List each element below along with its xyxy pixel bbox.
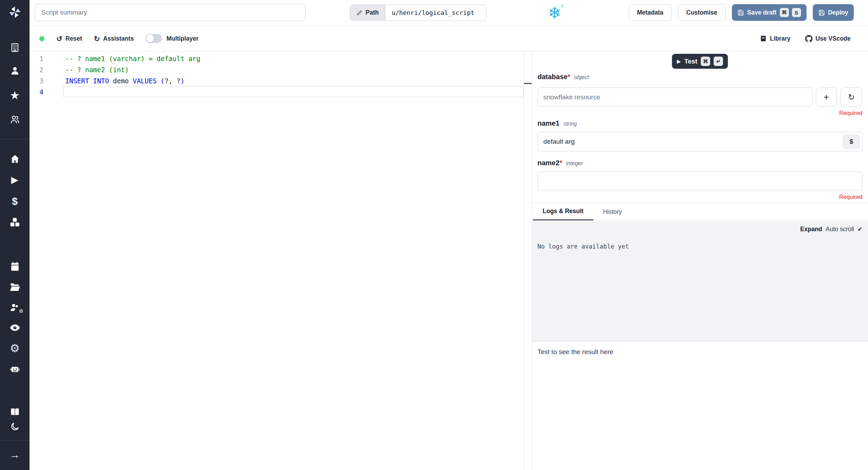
refresh-resource-button[interactable]: ↻ (841, 87, 862, 107)
autoscroll-label: Auto scroll (826, 226, 854, 233)
multiplayer-label: Multiplayer (166, 35, 198, 42)
add-resource-button[interactable]: + (816, 87, 837, 107)
panel-resize-handle[interactable] (524, 51, 532, 470)
multiplayer-control: Multiplayer (145, 34, 198, 43)
result-divider (532, 341, 868, 342)
resize-grip[interactable] (524, 83, 532, 84)
name1-input[interactable] (537, 132, 862, 151)
editor-toolbar: ↺ Reset ↻ Assistants Multiplayer (30, 26, 868, 51)
line-number-active: 4 (30, 86, 43, 98)
metadata-button[interactable]: Metadata (629, 4, 672, 21)
library-button[interactable]: Library (760, 35, 791, 42)
topbar: Path u/henri/logical_script ❄ ® Metadata… (30, 0, 868, 26)
library-icon (760, 35, 767, 42)
customise-button[interactable]: Customise (678, 4, 726, 21)
windmill-logo[interactable] (0, 5, 30, 20)
code-text: -- ? name1 (varchar) = default arg (65, 53, 200, 64)
path-label: Path (366, 9, 379, 16)
name1-label-row: name1 string (537, 119, 577, 127)
tab-logs-result[interactable]: Logs & Result (533, 203, 593, 220)
eye-icon[interactable] (0, 320, 30, 335)
home-icon[interactable] (0, 151, 30, 167)
logs-empty-text: No logs are available yet (537, 243, 629, 250)
logs-controls: Expand Auto scroll ✔ (800, 226, 862, 233)
field-label: name2 (537, 159, 559, 167)
arrow-right-icon[interactable]: → (0, 447, 30, 462)
play-icon[interactable]: ▶ (0, 172, 30, 187)
line-number: 3 (30, 75, 43, 86)
sidebar-divider (0, 139, 30, 139)
kbd-return: ↵ (714, 57, 723, 66)
building-icon[interactable] (0, 40, 30, 55)
code-line: 2 -- ? name2 (int) (30, 64, 524, 75)
book-open-icon[interactable] (0, 404, 30, 419)
code-line: 3 INSERT INTO demo VALUES (?, ?) (30, 75, 524, 86)
play-icon: ▶ (677, 59, 681, 64)
code-text: INSERT INTO demo VALUES (?, ?) (65, 75, 184, 86)
app-root: ★ ▶ $ (0, 0, 868, 470)
sidebar-divider (0, 440, 30, 440)
status-dot (39, 36, 44, 41)
toggle-knob (146, 35, 154, 42)
field-type: string (563, 121, 577, 127)
result-hint-text: Test to see the result here (537, 348, 614, 356)
windmill-logo-icon (8, 6, 22, 19)
moon-icon[interactable] (0, 419, 30, 434)
required-star: * (568, 73, 570, 81)
assistants-button[interactable]: ↻ Assistants (94, 35, 134, 42)
refresh-icon: ↻ (94, 35, 100, 42)
code-line: 4 (30, 86, 524, 98)
person-icon[interactable] (0, 63, 30, 78)
test-button[interactable]: ▶ Test ⌘ ↵ (672, 54, 728, 69)
dollar-icon: $ (850, 138, 853, 145)
script-summary-input[interactable] (35, 4, 306, 21)
cubes-icon[interactable] (0, 215, 30, 230)
code-line: 1 -- ? name1 (varchar) = default arg (30, 53, 524, 64)
path-selector[interactable]: Path u/henri/logical_script (350, 5, 486, 21)
rotate-ccw-icon: ↺ (56, 35, 62, 42)
reset-button[interactable]: ↺ Reset (56, 35, 82, 42)
folder-open-icon[interactable] (0, 279, 30, 295)
mini-gear-icon: ⚙ (19, 308, 23, 314)
run-panel: ▶ Test ⌘ ↵ database* object + ↻ Required… (532, 51, 868, 470)
autoscroll-checkbox[interactable]: ✔ (858, 226, 862, 233)
name2-label-row: name2* integer (537, 159, 583, 167)
registered-mark: ® (561, 5, 564, 8)
save-icon (737, 9, 744, 16)
database-label-row: database* object (537, 73, 589, 81)
field-type: integer (566, 160, 583, 167)
save-draft-button[interactable]: Save draft ⌘ S (732, 4, 807, 21)
toolbar-right: Library Use VScode (760, 26, 851, 51)
required-star: * (559, 159, 562, 167)
name2-input[interactable] (537, 171, 862, 191)
star-icon[interactable]: ★ (0, 87, 30, 103)
calendar-icon[interactable] (0, 259, 30, 274)
expand-button[interactable]: Expand (800, 226, 822, 233)
field-label: name1 (537, 119, 559, 127)
refresh-icon: ↻ (848, 93, 854, 102)
use-vscode-button[interactable]: Use VScode (805, 35, 851, 42)
users-icon[interactable] (0, 112, 30, 127)
variable-picker-button[interactable]: $ (843, 135, 860, 149)
logs-panel: Expand Auto scroll ✔ No logs are availab… (532, 221, 868, 341)
dollar-icon[interactable]: $ (0, 194, 30, 209)
database-input[interactable] (537, 87, 812, 107)
path-value[interactable]: u/henri/logical_script (385, 5, 486, 20)
robot-icon[interactable] (0, 361, 30, 377)
kbd-cmd: ⌘ (780, 8, 789, 17)
deploy-button[interactable]: Deploy (813, 4, 854, 21)
path-button[interactable]: Path (350, 5, 385, 20)
topbar-actions: Metadata Customise Save draft ⌘ S (629, 4, 854, 21)
code-editor[interactable]: 1 -- ? name1 (varchar) = default arg 2 -… (30, 51, 524, 470)
gear-icon[interactable]: ⚙ (0, 341, 30, 356)
snowflake-logo: ❄ ® (546, 3, 566, 23)
tab-history[interactable]: History (593, 203, 632, 220)
github-icon (805, 35, 812, 42)
multiplayer-toggle[interactable] (145, 34, 162, 43)
field-type: object (574, 74, 589, 81)
kbd-cmd: ⌘ (701, 57, 710, 66)
sidebar: ★ ▶ $ (0, 0, 30, 470)
snowflake-icon: ❄ (548, 3, 561, 23)
user-gear-icon[interactable]: ⚙ (0, 300, 30, 315)
line-number: 2 (30, 64, 43, 75)
